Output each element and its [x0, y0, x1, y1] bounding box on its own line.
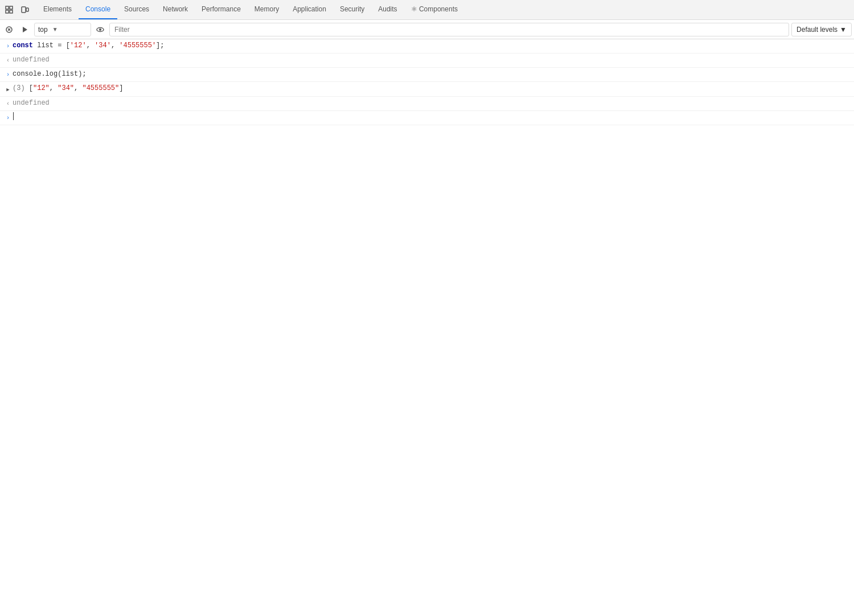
comma-2: , — [111, 42, 119, 50]
var-name-list: list — [37, 42, 58, 50]
str-34: '34' — [95, 42, 111, 50]
context-value: top — [38, 26, 48, 34]
array-count: (3) — [13, 84, 29, 92]
operator-equals: = — [58, 42, 65, 50]
array-comma-1: , — [50, 84, 58, 92]
play-button[interactable] — [18, 23, 32, 36]
tab-elements[interactable]: Elements — [36, 0, 79, 19]
entry-arrow-5: ‹ — [3, 98, 13, 109]
undefined-text-2: undefined — [13, 99, 50, 107]
entry-content-1: const list = ['12', '34', '4555555']; — [13, 40, 854, 51]
clear-console-button[interactable] — [2, 23, 16, 36]
entry-arrow-2: ‹ — [3, 55, 13, 66]
comma-1: , — [87, 42, 95, 50]
bracket-open: [ — [66, 42, 70, 50]
filter-input[interactable] — [109, 23, 789, 36]
tab-console[interactable]: Console — [79, 0, 117, 19]
tab-network[interactable]: Network — [156, 0, 195, 19]
console-output: › const list = ['12', '34', '4555555']; … — [0, 39, 854, 615]
tab-security[interactable]: Security — [333, 0, 371, 19]
str-4555555: '4555555' — [119, 42, 156, 50]
device-toolbar-button[interactable] — [18, 3, 32, 17]
devtools-nav-bar: Elements Console Sources Network Perform… — [0, 0, 854, 20]
nav-tabs: Elements Console Sources Network Perform… — [36, 0, 465, 19]
entry-content-3: console.log(list); — [13, 69, 854, 79]
array-str-12: "12" — [33, 84, 50, 92]
svg-rect-5 — [26, 8, 28, 11]
svg-rect-2 — [6, 10, 9, 13]
svg-rect-3 — [10, 10, 13, 13]
console-entry-4: ▶ (3) ["12", "34", "4555555"] — [0, 82, 854, 97]
array-comma-2: , — [74, 84, 82, 92]
nav-icons-group — [2, 3, 32, 17]
entry-arrow-3[interactable]: › — [3, 69, 13, 80]
consolelog-call: console.log(list); — [13, 70, 87, 78]
entry-arrow-1[interactable]: › — [3, 40, 13, 52]
str-12: '12' — [70, 42, 87, 50]
levels-arrow-icon: ▼ — [840, 26, 847, 34]
levels-label: Default levels — [796, 26, 837, 34]
svg-rect-1 — [10, 6, 13, 9]
array-bracket-close: ] — [119, 84, 123, 92]
bracket-close: ]; — [156, 42, 164, 50]
undefined-text-1: undefined — [13, 56, 50, 64]
tab-components[interactable]: ⚛ Components — [404, 0, 465, 19]
entry-content-6 — [13, 112, 854, 120]
console-entry-1: › const list = ['12', '34', '4555555']; — [0, 39, 854, 54]
tab-application[interactable]: Application — [286, 0, 333, 19]
console-entry-5: ‹ undefined — [0, 97, 854, 111]
eye-button[interactable] — [93, 23, 107, 36]
input-cursor — [13, 112, 14, 120]
entry-content-4: (3) ["12", "34", "4555555"] — [13, 83, 854, 93]
array-str-4555555: "4555555" — [82, 84, 119, 92]
expand-arrow-4[interactable]: ▶ — [3, 83, 13, 95]
context-selector[interactable]: top ▼ — [34, 23, 91, 36]
console-entry-6[interactable]: › — [0, 111, 854, 125]
svg-marker-9 — [23, 27, 27, 32]
svg-point-11 — [99, 28, 101, 31]
entry-arrow-6: › — [3, 112, 13, 124]
svg-rect-0 — [6, 6, 9, 9]
tab-memory[interactable]: Memory — [248, 0, 286, 19]
keyword-const: const — [13, 42, 33, 50]
array-str-34: "34" — [58, 84, 74, 92]
console-entry-2: ‹ undefined — [0, 54, 854, 68]
inspect-element-button[interactable] — [2, 3, 16, 17]
tab-sources[interactable]: Sources — [117, 0, 156, 19]
levels-button[interactable]: Default levels ▼ — [791, 23, 852, 36]
console-toolbar: top ▼ Default levels ▼ — [0, 20, 854, 39]
context-dropdown-arrow: ▼ — [52, 26, 58, 32]
filter-input-wrapper — [109, 23, 789, 36]
svg-rect-4 — [22, 7, 26, 13]
entry-content-2: undefined — [13, 55, 854, 65]
array-bracket-open: [ — [29, 84, 33, 92]
tab-performance[interactable]: Performance — [195, 0, 248, 19]
tab-audits[interactable]: Audits — [371, 0, 404, 19]
entry-content-5: undefined — [13, 98, 854, 108]
console-entry-3: › console.log(list); — [0, 68, 854, 82]
